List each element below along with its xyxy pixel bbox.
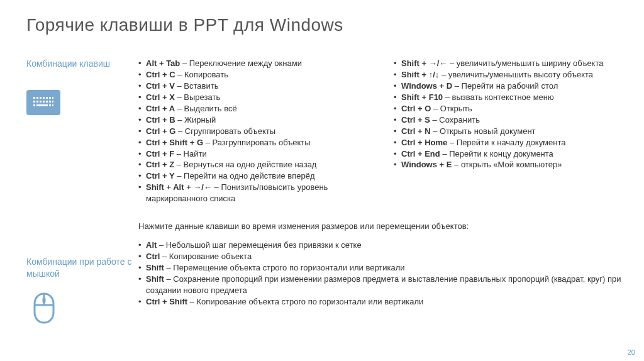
- shortcut-item: Alt – Небольшой шаг перемещения без прив…: [138, 240, 625, 251]
- shortcut-item: Ctrl + G – Сгруппировать объекты: [138, 126, 370, 137]
- shortcut-item: Ctrl + O – Открыть: [394, 103, 625, 114]
- shortcut-item: Ctrl + Shift + G – Разгруппировать объек…: [138, 137, 370, 148]
- shortcut-description: – Выделить всё: [175, 104, 237, 113]
- shortcut-item: Windows + E – открыть «Мой компьютер»: [394, 159, 625, 170]
- svg-rect-9: [40, 101, 42, 103]
- keyboard-icon: [26, 90, 60, 115]
- shortcut-key: Ctrl + B: [146, 115, 175, 125]
- svg-rect-12: [49, 101, 51, 103]
- shortcut-description: – Перейти к началу документа: [447, 138, 565, 147]
- shortcut-key: Ctrl + Y: [146, 171, 175, 181]
- svg-rect-14: [33, 104, 35, 106]
- shortcut-item: Shift + Alt + →/← – Понизить/повысить ур…: [138, 182, 370, 204]
- svg-rect-17: [52, 104, 53, 106]
- shortcut-description: – Копирование объекта: [160, 252, 252, 261]
- mouse-intro-text: Нажмите данные клавиши во время изменени…: [138, 221, 625, 232]
- shortcut-item: Ctrl + Z – Вернуться на одно действие на…: [138, 159, 370, 170]
- shortcut-item: Ctrl + End – Перейти к концу документа: [394, 148, 625, 160]
- shortcut-item: Ctrl + X – Вырезать: [138, 92, 370, 103]
- shortcut-item: Shift – Сохранение пропорций при изменен…: [138, 274, 625, 296]
- shortcut-description: – Жирный: [175, 115, 216, 125]
- shortcut-key: Shift + ↑/↓: [401, 70, 439, 79]
- svg-rect-1: [36, 97, 38, 99]
- shortcut-item: Shift + ↑/↓ – увеличить/уменьшить высоту…: [394, 69, 625, 81]
- shortcut-key: Ctrl + O: [401, 104, 431, 113]
- shortcut-item: Shift – Перемещение объекта строго по го…: [138, 262, 625, 274]
- main-content: Alt + Tab – Переключение между окнамиCtr…: [132, 58, 625, 324]
- shortcut-item: Ctrl + A – Выделить всё: [138, 103, 370, 114]
- shortcut-item: Ctrl – Копирование объекта: [138, 251, 625, 262]
- shortcut-description: – увеличить/уменьшить высоту объекта: [439, 70, 593, 79]
- shortcut-description: – увеличить/уменьшить ширину объекта: [447, 58, 603, 68]
- svg-rect-8: [36, 101, 38, 103]
- shortcut-item: Ctrl + V – Вставить: [138, 81, 370, 92]
- shortcut-item: Ctrl + B – Жирный: [138, 114, 370, 126]
- shortcut-key: Ctrl + X: [146, 92, 175, 102]
- shortcut-description: – Копирование объекта строго по горизонт…: [187, 297, 423, 306]
- svg-rect-5: [49, 97, 51, 99]
- shortcut-item: Ctrl + Y – Перейти на одно действие впер…: [138, 170, 370, 182]
- shortcuts-list-left: Alt + Tab – Переключение между окнамиCtr…: [132, 58, 370, 204]
- slide-title: Горячие клавиши в PPT для Windows: [0, 0, 644, 35]
- shortcut-description: – открыть «Мой компьютер»: [452, 160, 562, 169]
- shortcut-description: – Переключение между окнами: [180, 58, 302, 68]
- shortcut-key: Ctrl + S: [401, 115, 430, 125]
- shortcut-description: – Сгруппировать объекты: [175, 126, 275, 136]
- shortcut-key: Ctrl + Z: [146, 160, 174, 169]
- shortcut-description: – Найти: [174, 149, 207, 158]
- shortcut-key: Ctrl + G: [146, 126, 175, 136]
- shortcut-key: Shift: [146, 274, 164, 284]
- shortcut-description: – Перемещение объекта строго по горизонт…: [164, 263, 405, 272]
- svg-rect-15: [36, 104, 48, 106]
- shortcut-description: – Вырезать: [175, 92, 220, 102]
- shortcut-key: Ctrl + Home: [401, 138, 447, 147]
- svg-rect-6: [52, 97, 53, 99]
- shortcut-item: Shift + →/← – увеличить/уменьшить ширину…: [394, 58, 625, 69]
- svg-rect-4: [46, 97, 48, 99]
- shortcut-item: Ctrl + F – Найти: [138, 148, 370, 160]
- shortcut-description: – Сохранить: [430, 115, 480, 125]
- shortcut-description: – Перейти на рабочий стол: [452, 81, 558, 91]
- shortcut-key: Ctrl + V: [146, 81, 175, 91]
- slide-content: Комбинации клавиш: [0, 35, 644, 324]
- shortcut-item: Shift + F10 – вызвать контекстное меню: [394, 92, 625, 103]
- shortcut-key: Ctrl + Shift: [146, 297, 187, 306]
- shortcut-key: Ctrl + Shift + G: [146, 138, 203, 147]
- shortcut-item: Ctrl + Home – Перейти к началу документа: [394, 137, 625, 148]
- shortcut-description: – Открыть: [431, 104, 472, 113]
- shortcut-key: Ctrl + C: [146, 70, 175, 79]
- svg-rect-20: [43, 297, 46, 303]
- mouse-icon: [33, 292, 55, 324]
- shortcut-key: Shift: [146, 263, 164, 272]
- shortcut-description: – вызвать контекстное меню: [443, 92, 554, 102]
- svg-rect-16: [49, 104, 51, 106]
- sidebar: Комбинации клавиш: [26, 58, 132, 324]
- svg-rect-13: [52, 101, 53, 103]
- shortcut-item: Ctrl + N – Открыть новый документ: [394, 126, 625, 137]
- svg-rect-3: [43, 97, 45, 99]
- shortcut-description: – Небольшой шаг перемещения без привязки…: [157, 240, 361, 250]
- shortcut-key: Shift + Alt + →/←: [146, 182, 212, 192]
- shortcut-key: Ctrl + End: [401, 149, 440, 158]
- shortcut-description: – Вернуться на одно действие назад: [174, 160, 316, 169]
- shortcut-description: – Копировать: [175, 70, 228, 79]
- shortcut-key: Windows + D: [401, 81, 452, 91]
- shortcut-description: – Перейти на одно действие вперёд: [175, 171, 315, 181]
- svg-rect-0: [33, 97, 35, 99]
- svg-rect-2: [40, 97, 42, 99]
- mouse-shortcuts-list: Alt – Небольшой шаг перемещения без прив…: [132, 240, 625, 308]
- shortcut-item: Ctrl + S – Сохранить: [394, 114, 625, 126]
- section-label-mouse: Комбинации при работе с мышкой: [26, 256, 132, 280]
- shortcut-key: Alt: [146, 240, 157, 250]
- shortcut-key: Shift + F10: [401, 92, 443, 102]
- shortcut-key: Ctrl + F: [146, 149, 174, 158]
- shortcut-description: – Разгруппировать объекты: [203, 138, 311, 147]
- svg-rect-10: [43, 101, 45, 103]
- shortcut-item: Ctrl + Shift – Копирование объекта строг…: [138, 296, 625, 308]
- shortcut-description: – Открыть новый документ: [431, 126, 536, 136]
- shortcut-key: Ctrl: [146, 252, 160, 261]
- shortcut-key: Alt + Tab: [146, 58, 180, 68]
- shortcut-item: Alt + Tab – Переключение между окнами: [138, 58, 370, 69]
- shortcut-description: – Сохранение пропорций при изменении раз…: [146, 274, 621, 295]
- shortcut-item: Windows + D – Перейти на рабочий стол: [394, 81, 625, 92]
